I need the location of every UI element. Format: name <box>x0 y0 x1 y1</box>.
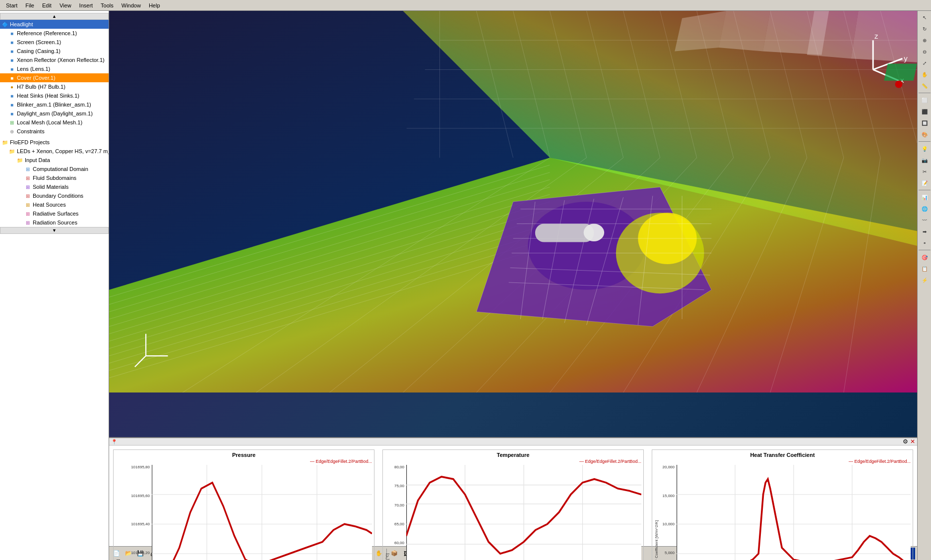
tree-item-daylight[interactable]: ■ Daylight_asm (Daylight_asm.1) <box>0 109 109 118</box>
htc-chart-area <box>677 465 911 560</box>
temperature-legend: Edge/EdgeFillet.2/PartBod... <box>385 459 641 464</box>
menu-window[interactable]: Window <box>118 1 145 9</box>
pressure-chart-area <box>152 465 372 560</box>
casing-icon: ■ <box>8 47 16 55</box>
bottom-panel-toolbar: 📍 ⚙ ✕ <box>109 438 917 446</box>
tree-scroll-down[interactable]: ▼ <box>0 227 109 234</box>
right-tool-plot[interactable]: 📊 <box>919 192 931 203</box>
tree-item-localmesh[interactable]: ⊞ Local Mesh (Local Mesh.1) <box>0 118 109 127</box>
screen-icon: ■ <box>8 38 16 46</box>
tree-item-radsources[interactable]: ⊞ Radiation Sources <box>0 218 109 227</box>
settings-btn[interactable]: ⚙ <box>903 438 908 445</box>
svg-text:y: y <box>904 55 908 62</box>
temperature-yticks: 80,0075,0070,0065,0060,0055,0050,00 <box>390 465 405 560</box>
temperature-chart-area <box>406 465 641 560</box>
tree-item-boundary[interactable]: ⊞ Boundary Conditions <box>0 191 109 200</box>
right-tool-clip[interactable]: ✂ <box>919 166 931 177</box>
menu-tools[interactable]: Tools <box>97 1 118 9</box>
tree-item-inputdata[interactable]: 📁 Input Data <box>0 156 109 165</box>
menu-file[interactable]: File <box>21 1 38 9</box>
right-tool-streamline[interactable]: 〰 <box>919 215 931 225</box>
tree-label-headlight: Headlight <box>10 21 33 27</box>
pressure-chart-title: Pressure <box>116 452 372 458</box>
charts-area: Pressure Edge/EdgeFillet.2/PartBod... Pr… <box>109 446 917 560</box>
solidmats-icon: ⊞ <box>24 183 32 191</box>
tree-label-constraints: Constraints <box>17 128 45 134</box>
right-tool-isosurface[interactable]: 🌐 <box>919 203 931 214</box>
close-btn[interactable]: ✕ <box>910 438 915 445</box>
right-tool-select[interactable]: ↖ <box>919 12 931 23</box>
right-tool-goal[interactable]: 🎯 <box>919 252 931 263</box>
svg-marker-72 <box>884 64 917 81</box>
lens-icon: ■ <box>8 65 16 73</box>
right-tool-pan[interactable]: ✋ <box>919 69 931 80</box>
h7bulb-icon: ● <box>8 83 16 91</box>
right-toolbar-sep3 <box>919 190 931 190</box>
project1-icon: 📁 <box>8 147 16 155</box>
constraints-icon: ⊕ <box>8 127 16 135</box>
cover-icon: ■ <box>8 74 16 82</box>
tree-label-boundary: Boundary Conditions <box>33 193 83 199</box>
viewport-3d[interactable]: y x z <box>109 11 917 437</box>
tree-item-xenon[interactable]: ■ Xenon Reflector (Xenon Reflector.1) <box>0 56 109 64</box>
right-tool-report[interactable]: 📋 <box>919 263 931 274</box>
right-tool-particle[interactable]: ⚬ <box>919 237 931 248</box>
tree-item-lens[interactable]: ■ Lens (Lens.1) <box>0 64 109 73</box>
tree-label-reference: Reference (Reference.1) <box>17 30 77 36</box>
tree-label-lens: Lens (Lens.1) <box>17 66 50 72</box>
tree-label-daylight: Daylight_asm (Daylight_asm.1) <box>17 111 93 116</box>
tree-item-h7bulb[interactable]: ● H7 Bulb (H7 Bulb.1) <box>0 82 109 91</box>
floefd-icon: 📁 <box>1 138 9 146</box>
right-tool-annotation[interactable]: 📝 <box>919 177 931 188</box>
right-tool-wireframe[interactable]: ⬜ <box>919 95 931 106</box>
tree-item-casing[interactable]: ■ Casing (Casing.1) <box>0 47 109 56</box>
tree-item-project1[interactable]: 📁 LEDs + Xenon, Copper HS, v=27.7 m_s <box>0 147 109 156</box>
right-tool-solid[interactable]: ⬛ <box>919 106 931 117</box>
tree-item-reference[interactable]: ■ Reference (Reference.1) <box>0 29 109 38</box>
menu-edit[interactable]: Edit <box>38 1 56 9</box>
tree-item-compdomain[interactable]: ⊞ Computational Domain <box>0 165 109 173</box>
tree-item-headlight[interactable]: 🔷 Headlight <box>0 20 109 29</box>
right-toolbar-sep1 <box>919 93 931 93</box>
tree-item-cover[interactable]: ■ Cover (Cover.1) <box>0 73 109 82</box>
tree-label-screen: Screen (Screen.1) <box>17 39 61 45</box>
tree-item-blinker[interactable]: ■ Blinker_asm.1 (Blinker_asm.1) <box>0 100 109 109</box>
right-toolbar-sep2 <box>919 141 931 142</box>
tree-item-constraints[interactable]: ⊕ Constraints <box>0 127 109 136</box>
menu-insert[interactable]: Insert <box>75 1 97 9</box>
right-tool-zoom-in[interactable]: ⊕ <box>919 35 931 46</box>
tree-item-screen[interactable]: ■ Screen (Screen.1) <box>0 38 109 47</box>
radsources-icon: ⊞ <box>24 219 32 226</box>
tree-item-radiativesurfs[interactable]: ⊞ Radiative Surfaces <box>0 209 109 218</box>
tree-item-floefd[interactable]: 📁 FloEFD Projects <box>0 138 109 147</box>
panel-label: 📍 <box>111 439 117 445</box>
right-tool-render[interactable]: 🎨 <box>919 129 931 140</box>
tree-item-heatsources[interactable]: ⊞ Heat Sources <box>0 200 109 209</box>
right-tool-fit[interactable]: ⤢ <box>919 57 931 68</box>
right-tool-measure[interactable]: 📏 <box>919 80 931 91</box>
right-tool-light[interactable]: 💡 <box>919 143 931 154</box>
tree-item-heatsinks[interactable]: ■ Heat Sinks (Heat Sinks.1) <box>0 91 109 100</box>
pressure-yticks: 101695,80101695,60101695,40101695,201016… <box>121 465 151 560</box>
right-tool-zoom-out[interactable]: ⊖ <box>919 46 931 57</box>
right-tool-camera[interactable]: 📷 <box>919 155 931 166</box>
tree-label-compdomain: Computational Domain <box>33 166 88 172</box>
right-tool-batch[interactable]: ⚡ <box>919 275 931 285</box>
right-tool-rotate[interactable]: ↻ <box>919 23 931 34</box>
svg-marker-62 <box>719 11 770 51</box>
tree-label-floefd: FloEFD Projects <box>10 139 50 145</box>
tree-scroll-up[interactable]: ▲ <box>0 13 109 20</box>
tree-label-radsources: Radiation Sources <box>33 220 77 225</box>
menu-help[interactable]: Help <box>145 1 164 9</box>
tree-item-fluidsubdom[interactable]: ⊞ Fluid Subdomains <box>0 173 109 182</box>
right-tool-vector[interactable]: ➡ <box>919 226 931 237</box>
svg-text:z: z <box>874 32 878 40</box>
menu-start[interactable]: Start <box>2 1 21 9</box>
tree-label-h7bulb: H7 Bulb (H7 Bulb.1) <box>17 84 65 90</box>
tree-item-solidmats[interactable]: ⊞ Solid Materials <box>0 182 109 191</box>
menu-view[interactable]: View <box>56 1 75 9</box>
pressure-chart: Pressure Edge/EdgeFillet.2/PartBod... Pr… <box>113 449 374 560</box>
right-tool-surface[interactable]: 🔲 <box>919 117 931 128</box>
tree-label-solidmats: Solid Materials <box>33 184 68 190</box>
heatsources-icon: ⊞ <box>24 201 32 209</box>
